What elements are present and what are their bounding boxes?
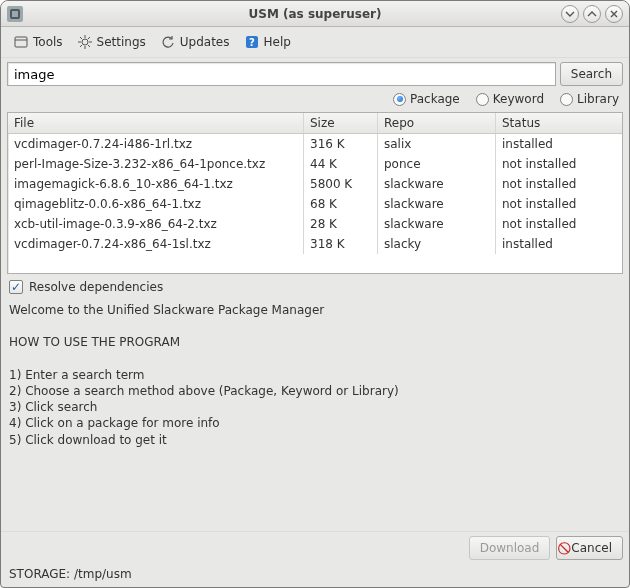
window-title: USM (as superuser): [1, 7, 629, 21]
cell-status: installed: [496, 234, 622, 254]
table-header: File Size Repo Status: [8, 113, 622, 134]
cell-status: installed: [496, 134, 622, 154]
cell-repo: slackware: [378, 214, 496, 234]
menubar: Tools Settings Updates ? Help: [1, 27, 629, 58]
cell-file: imagemagick-6.8.6_10-x86_64-1.txz: [8, 174, 304, 194]
table-row[interactable]: qimageblitz-0.0.6-x86_64-1.txz68 Kslackw…: [8, 194, 622, 214]
window-buttons: [561, 5, 623, 23]
footer: Download ⃠ Cancel: [1, 531, 629, 564]
svg-text:?: ?: [249, 37, 255, 48]
table-row[interactable]: imagemagick-6.8.6_10-x86_64-1.txz5800 Ks…: [8, 174, 622, 194]
chevron-up-icon: [587, 9, 597, 19]
window: USM (as superuser) Tools Settings: [0, 0, 630, 588]
maximize-button[interactable]: [583, 5, 601, 23]
menu-help-label: Help: [264, 35, 291, 49]
status-bar: STORAGE: /tmp/usm: [1, 564, 629, 587]
cell-status: not installed: [496, 214, 622, 234]
cancel-button[interactable]: ⃠ Cancel: [556, 536, 623, 560]
cell-status: not installed: [496, 174, 622, 194]
gear-icon: [77, 34, 93, 50]
radio-dot-icon: [393, 93, 406, 106]
cell-size: 44 K: [304, 154, 378, 174]
download-button-label: Download: [480, 541, 540, 555]
cell-file: qimageblitz-0.0.6-x86_64-1.txz: [8, 194, 304, 214]
cell-size: 318 K: [304, 234, 378, 254]
svg-line-8: [88, 37, 90, 39]
cell-repo: ponce: [378, 154, 496, 174]
radio-package-label: Package: [410, 92, 460, 106]
resolve-deps-checkbox[interactable]: [9, 280, 23, 294]
menu-tools[interactable]: Tools: [7, 31, 69, 53]
radio-package[interactable]: Package: [393, 92, 460, 106]
cell-size: 5800 K: [304, 174, 378, 194]
table-row[interactable]: vcdimager-0.7.24-i486-1rl.txz316 Ksalixi…: [8, 134, 622, 154]
cell-repo: slacky: [378, 234, 496, 254]
th-size[interactable]: Size: [304, 113, 378, 133]
info-panel: Welcome to the Unified Slackware Package…: [7, 300, 623, 531]
search-mode-radios: Package Keyword Library: [1, 90, 629, 112]
table-row[interactable]: vcdimager-0.7.24-x86_64-1sl.txz318 Kslac…: [8, 234, 622, 254]
svg-line-9: [80, 45, 82, 47]
search-row: Search: [1, 58, 629, 90]
download-button[interactable]: Download: [469, 536, 551, 560]
menu-tools-label: Tools: [33, 35, 63, 49]
menu-updates[interactable]: Updates: [154, 31, 236, 53]
cell-size: 316 K: [304, 134, 378, 154]
th-repo[interactable]: Repo: [378, 113, 496, 133]
cell-file: vcdimager-0.7.24-i486-1rl.txz: [8, 134, 304, 154]
svg-rect-0: [15, 37, 27, 47]
close-icon: [609, 9, 619, 19]
search-button-label: Search: [571, 67, 612, 81]
resolve-deps-label: Resolve dependencies: [29, 280, 163, 294]
minimize-button[interactable]: [561, 5, 579, 23]
svg-point-1: [82, 39, 88, 45]
refresh-icon: [160, 34, 176, 50]
cell-status: not installed: [496, 194, 622, 214]
th-file[interactable]: File: [8, 113, 304, 133]
menu-settings-label: Settings: [97, 35, 146, 49]
help-icon: ?: [244, 34, 260, 50]
cell-file: vcdimager-0.7.24-x86_64-1sl.txz: [8, 234, 304, 254]
cell-size: 28 K: [304, 214, 378, 234]
cell-repo: slackware: [378, 174, 496, 194]
search-button[interactable]: Search: [560, 62, 623, 86]
table-body: vcdimager-0.7.24-i486-1rl.txz316 Ksalixi…: [8, 134, 622, 273]
radio-library-label: Library: [577, 92, 619, 106]
cell-repo: slackware: [378, 194, 496, 214]
titlebar: USM (as superuser): [1, 1, 629, 27]
radio-keyword-label: Keyword: [493, 92, 544, 106]
results-table: File Size Repo Status vcdimager-0.7.24-i…: [7, 112, 623, 274]
close-button[interactable]: [605, 5, 623, 23]
chevron-down-icon: [565, 9, 575, 19]
menu-updates-label: Updates: [180, 35, 230, 49]
menu-help[interactable]: ? Help: [238, 31, 297, 53]
table-row[interactable]: xcb-util-image-0.3.9-x86_64-2.txz28 Ksla…: [8, 214, 622, 234]
cell-status: not installed: [496, 154, 622, 174]
cell-repo: salix: [378, 134, 496, 154]
cell-file: xcb-util-image-0.3.9-x86_64-2.txz: [8, 214, 304, 234]
cell-size: 68 K: [304, 194, 378, 214]
radio-dot-icon: [476, 93, 489, 106]
resolve-deps-row: Resolve dependencies: [1, 274, 629, 300]
th-status[interactable]: Status: [496, 113, 622, 133]
radio-dot-icon: [560, 93, 573, 106]
menu-settings[interactable]: Settings: [71, 31, 152, 53]
svg-line-6: [80, 37, 82, 39]
radio-library[interactable]: Library: [560, 92, 619, 106]
cancel-button-label: Cancel: [571, 541, 612, 555]
svg-line-7: [88, 45, 90, 47]
cell-file: perl-Image-Size-3.232-x86_64-1ponce.txz: [8, 154, 304, 174]
table-row[interactable]: perl-Image-Size-3.232-x86_64-1ponce.txz4…: [8, 154, 622, 174]
radio-keyword[interactable]: Keyword: [476, 92, 544, 106]
search-input[interactable]: [7, 62, 556, 86]
tools-icon: [13, 34, 29, 50]
app-icon: [7, 6, 23, 22]
